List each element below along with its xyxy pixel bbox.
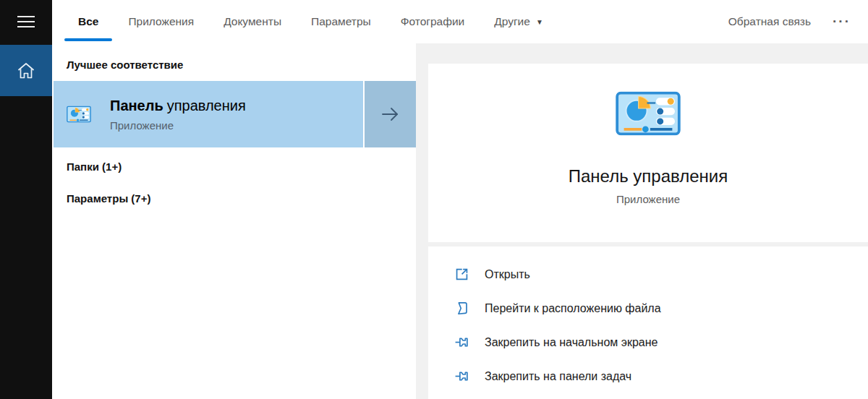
expand-result-button[interactable]: [365, 81, 416, 147]
action-pin-to-taskbar[interactable]: Закрепить на панели задач: [428, 359, 868, 393]
control-panel-icon: [67, 106, 91, 123]
preview-actions-card: Открыть Перейти к расположению файла: [428, 246, 868, 399]
tab-label: Приложения: [128, 15, 194, 28]
search-filter-bar: Все Приложения Документы Параметры Фотог…: [52, 0, 868, 43]
tab-photos[interactable]: Фотографии: [401, 0, 465, 43]
tab-label: Фотографии: [401, 15, 465, 28]
feedback-label: Обратная связь: [728, 15, 811, 28]
hamburger-menu-icon: [17, 12, 35, 31]
action-label: Открыть: [485, 268, 530, 281]
tab-all[interactable]: Все: [78, 0, 98, 43]
action-open-file-location[interactable]: Перейти к расположению файла: [428, 291, 868, 325]
result-title-match: Панель: [110, 98, 163, 113]
more-options-button[interactable]: ···: [833, 0, 851, 43]
action-pin-to-start[interactable]: Закрепить на начальном экране: [428, 325, 868, 359]
result-subtitle: Приложение: [110, 119, 246, 132]
file-location-icon: [454, 301, 469, 316]
tab-more-filters[interactable]: Другие ▼: [494, 0, 543, 43]
section-title-best-match: Лучшее соответствие: [67, 59, 183, 71]
action-label: Перейти к расположению файла: [485, 302, 661, 315]
group-folders[interactable]: Папки (1+): [52, 153, 416, 179]
group-label: Папки (1+): [67, 160, 122, 173]
tab-label: Другие: [494, 15, 530, 28]
tab-label: Все: [78, 15, 98, 28]
hamburger-menu-button[interactable]: [0, 0, 52, 43]
feedback-link[interactable]: Обратная связь: [728, 0, 811, 43]
result-item-control-panel[interactable]: Панельуправления Приложение: [54, 81, 363, 147]
active-tab-indicator: [64, 38, 112, 41]
preview-panel: Панель управления Приложение Открыть: [416, 43, 868, 399]
result-title-rest: управления: [167, 98, 246, 113]
chevron-down-icon: ▼: [536, 18, 543, 26]
tab-apps[interactable]: Приложения: [128, 0, 194, 43]
pin-icon: [454, 335, 469, 350]
open-external-icon: [454, 267, 469, 282]
preview-title: Панель управления: [569, 166, 728, 186]
preview-subtitle: Приложение: [616, 193, 680, 205]
action-label: Закрепить на панели задач: [485, 370, 631, 383]
action-label: Закрепить на начальном экране: [485, 336, 658, 349]
arrow-right-icon: [380, 106, 400, 122]
preview-header-card: Панель управления Приложение: [428, 64, 868, 242]
tab-settings[interactable]: Параметры: [311, 0, 371, 43]
group-label: Параметры (7+): [67, 192, 150, 205]
tab-label: Документы: [224, 15, 281, 28]
windows-search-flyout: Все Приложения Документы Параметры Фотог…: [0, 0, 868, 399]
action-open[interactable]: Открыть: [428, 257, 868, 291]
sidebar-item-home[interactable]: [0, 45, 52, 96]
group-settings[interactable]: Параметры (7+): [52, 185, 416, 211]
result-title: Панельуправления: [110, 98, 246, 113]
search-results-panel: Лучшее соответствие Панельуправления При…: [52, 43, 416, 399]
result-text-block: Панельуправления Приложение: [110, 98, 246, 132]
tab-documents[interactable]: Документы: [224, 0, 281, 43]
home-icon: [15, 60, 37, 82]
control-panel-icon: [616, 91, 681, 136]
left-sidebar: [0, 0, 52, 399]
tab-label: Параметры: [311, 15, 371, 28]
ellipsis-icon: ···: [833, 14, 851, 30]
pin-icon: [454, 369, 469, 384]
